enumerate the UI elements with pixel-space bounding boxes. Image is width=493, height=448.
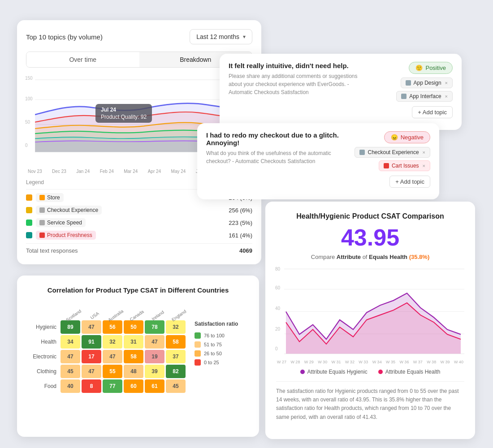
legend-range-label: 0 to 25: [204, 360, 219, 365]
speed-chip-icon: [39, 220, 45, 225]
store-chip-label: Store: [47, 194, 60, 201]
tag-icon: [384, 163, 389, 168]
tag-label: Cart Issues: [392, 163, 419, 169]
heatmap-title: Correlation for Product Type CSAT in Dif…: [28, 285, 248, 295]
heatmap-card: Correlation for Product Type CSAT in Dif…: [17, 276, 259, 437]
y-label-80: 80: [275, 267, 280, 271]
chart-tabs: Over time Breakdown: [26, 52, 252, 68]
add-topic-button-1[interactable]: + Add topic: [412, 106, 453, 118]
hm-cell: 58: [166, 335, 186, 349]
tag-icon: [359, 150, 365, 155]
hm-col-england: England: [163, 299, 189, 323]
hm-row-hygienic: Hygienic: [28, 320, 59, 334]
feedback-1-text: It felt really intuitive, didn't need he…: [229, 62, 367, 118]
hm-cell: 50: [124, 320, 143, 334]
hm-cell: 40: [61, 379, 80, 393]
close-tag-icon[interactable]: ×: [445, 94, 448, 99]
chart-tooltip: Jul 24 Product Quality: 92: [95, 104, 152, 123]
hm-cell: 91: [82, 335, 101, 349]
legend-label-health: Attribute Equals Health: [385, 369, 441, 375]
tab-over-time[interactable]: Over time: [26, 52, 139, 67]
speed-chip[interactable]: Service Speed: [36, 218, 86, 227]
feedback-2-header: I had to redo my checkout due to a glitc…: [206, 131, 430, 188]
legend-item-freshness: Product Freshness 161 (4%): [26, 231, 252, 240]
y-label-100: 100: [25, 96, 33, 101]
tag-checkout-experience[interactable]: Checkout Experience ×: [355, 147, 430, 158]
tag-icon: [406, 80, 411, 86]
negative-icon: 😠: [391, 134, 398, 141]
tag-app-design[interactable]: App Design ×: [401, 78, 453, 88]
topics-title: Top 10 topics (by volume): [26, 33, 103, 41]
positive-icon: 🙂: [415, 65, 423, 71]
legend-range-label: 76 to 100: [204, 333, 225, 338]
csat-title: Health/Hygienic Product CSAT Comparison: [276, 212, 464, 220]
add-topic-button-2[interactable]: + Add topic: [389, 176, 430, 188]
csat-compare-text: Compare Attribute of Equals Health (35.8…: [276, 254, 464, 260]
hm-row-clothing: Clothing: [28, 365, 59, 378]
hm-cell: 8: [82, 379, 101, 393]
hm-legend-76-100: 76 to 100: [195, 332, 248, 339]
y-label-50: 50: [25, 120, 30, 125]
hm-cell: 56: [103, 320, 122, 334]
y-label-40: 40: [275, 306, 280, 311]
csat-x-labels: W 27 W 28 W 29 W 30 W 31 W 32 W 33 W 34 …: [276, 360, 464, 364]
feedback-2-subtitle: What do you think of the usefulness of t…: [206, 149, 344, 165]
speed-value: 223 (5%): [229, 220, 252, 226]
time-period-dropdown[interactable]: Last 12 months ▾: [190, 29, 252, 44]
hm-row-food: Food: [28, 379, 59, 393]
legend-color-dot: [195, 332, 201, 339]
close-tag-icon[interactable]: ×: [423, 150, 425, 155]
close-tag-icon[interactable]: ×: [445, 80, 448, 86]
topics-header: Top 10 topics (by volume) Last 12 months…: [26, 29, 252, 44]
sentiment-positive-badge: 🙂 Positive: [409, 62, 453, 74]
legend-range-label: 51 to 75: [204, 342, 222, 347]
feedback-1-header: It felt really intuitive, didn't need he…: [229, 62, 453, 118]
hm-cell: 47: [82, 365, 101, 378]
checkout-value: 256 (6%): [229, 207, 252, 214]
hm-cell: 32: [103, 335, 122, 349]
tag-icon: [401, 94, 407, 99]
chevron-down-icon: ▾: [243, 34, 246, 40]
hm-cell: 45: [61, 365, 80, 378]
close-tag-icon[interactable]: ×: [423, 163, 425, 168]
store-chip[interactable]: Store: [36, 193, 64, 202]
feedback-card-1: It felt really intuitive, didn't need he…: [220, 54, 462, 130]
dropdown-label: Last 12 months: [196, 33, 239, 40]
legend-label-hygienic: Attribute Equals Hygienic: [307, 369, 368, 375]
freshness-chip[interactable]: Product Freshness: [36, 231, 96, 240]
legend-dot-health: [378, 370, 383, 374]
heatmap-grid: Scotland USA Australia Canada Ireland En…: [28, 303, 186, 393]
tooltip-metric: Product Quality: 92: [101, 114, 147, 120]
hm-cell: 39: [145, 365, 164, 378]
tag-cart-issues[interactable]: Cart Issues ×: [379, 160, 430, 171]
tag-app-interface[interactable]: App Interface ×: [396, 91, 453, 102]
hm-cell: 58: [124, 350, 143, 363]
hm-cell: 37: [166, 350, 186, 363]
positive-label: Positive: [425, 65, 446, 71]
y-label-20: 20: [275, 327, 280, 332]
hm-row-health: Health: [28, 335, 59, 349]
y-label-150: 150: [25, 76, 33, 81]
negative-label: Negative: [401, 134, 424, 141]
legend-dot-hygienic: [300, 370, 305, 374]
feedback-1-sentiment-col: 🙂 Positive App Design × App Interface × …: [372, 62, 453, 118]
legend-item-speed: Service Speed 223 (5%): [26, 218, 252, 227]
hm-row-electronic: Electronic: [28, 350, 59, 363]
freshness-value: 161 (4%): [229, 232, 252, 239]
total-label: Total text responses: [26, 247, 78, 254]
hm-cell: 55: [103, 365, 122, 378]
total-row: Total text responses 4069: [26, 247, 252, 254]
legend-dot-freshness: [26, 232, 32, 238]
legend-dot-speed: [26, 220, 32, 226]
hm-cell: 61: [145, 379, 164, 393]
freshness-chip-label: Product Freshness: [47, 232, 92, 238]
hm-cell: 47: [61, 350, 80, 363]
csat-chart-svg: [276, 267, 464, 356]
csat-big-number: 43.95: [276, 224, 464, 251]
feedback-2-title: I had to redo my checkout due to a glitc…: [206, 131, 344, 146]
csat-legend-hygienic: Attribute Equals Hygienic: [300, 369, 368, 375]
checkout-chip[interactable]: Checkout Experience: [36, 206, 102, 215]
store-chip-icon: [39, 195, 45, 200]
hm-cell: 77: [103, 379, 122, 393]
hm-cell: 31: [124, 335, 143, 349]
